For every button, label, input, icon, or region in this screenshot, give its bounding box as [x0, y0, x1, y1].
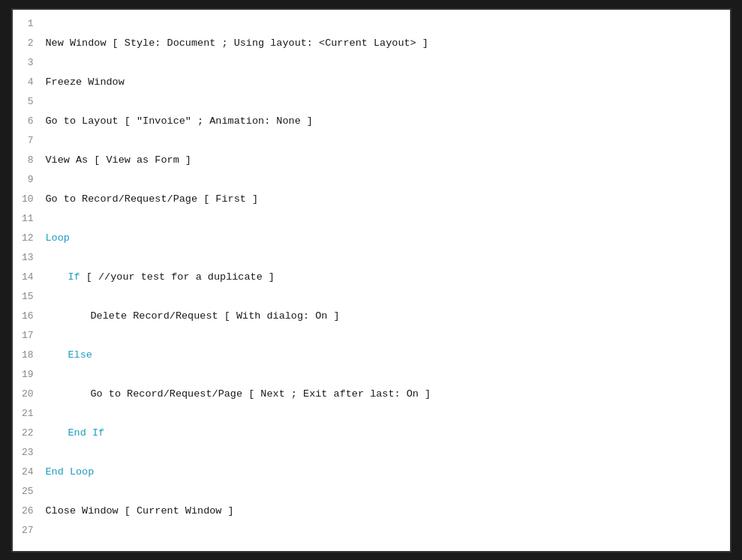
line-number: 1: [13, 18, 43, 29]
code-line: 7: [13, 134, 730, 154]
code-line: 16Delete Record/Request [ With dialog: O…: [13, 310, 730, 329]
text-token: New Window [ Style: Document ; Using lay…: [46, 37, 428, 49]
code-line: 18Else: [13, 349, 730, 368]
line-number: 27: [13, 525, 43, 536]
code-editor: 12New Window [ Style: Document ; Using l…: [11, 8, 731, 553]
line-number: 16: [13, 310, 43, 322]
line-content: Else: [43, 349, 730, 361]
code-line: 1: [13, 17, 730, 37]
line-number: 25: [13, 486, 43, 497]
code-line: 11: [13, 212, 730, 232]
text-token: Go to Record/Request/Page [ Next ; Exit …: [91, 388, 431, 400]
code-line: 4Freeze Window: [13, 76, 730, 95]
line-number: 8: [13, 154, 43, 166]
keyword-token: End Loop: [46, 466, 95, 478]
code-line: 27: [13, 524, 730, 544]
line-content: New Window [ Style: Document ; Using lay…: [43, 37, 730, 49]
code-line: 22End If: [13, 427, 730, 446]
code-line: 21: [13, 407, 730, 427]
text-token: View As [ View as Form ]: [46, 154, 191, 166]
code-line: 10Go to Record/Request/Page [ First ]: [13, 193, 730, 212]
line-number: 21: [13, 408, 43, 419]
text-token: Delete Record/Request [ With dialog: On …: [91, 310, 340, 322]
line-number: 26: [13, 505, 43, 517]
text-token: Go to Record/Request/Page [ First ]: [46, 193, 259, 205]
line-number: 23: [13, 447, 43, 458]
keyword-token: End If: [68, 427, 105, 439]
text-token: [ //your test for a duplicate ]: [80, 271, 275, 283]
line-number: 13: [13, 252, 43, 263]
line-number: 9: [13, 174, 43, 185]
line-number: 4: [13, 76, 43, 88]
code-line: 19: [13, 368, 730, 388]
code-line: 15: [13, 290, 730, 310]
code-area: 12New Window [ Style: Document ; Using l…: [13, 17, 730, 544]
keyword-token: Loop: [46, 232, 70, 244]
keyword-token: Else: [68, 349, 92, 361]
line-number: 20: [13, 388, 43, 400]
line-content: Close Window [ Current Window ]: [43, 505, 730, 517]
line-content: If [ //your test for a duplicate ]: [43, 271, 730, 283]
line-number: 18: [13, 349, 43, 361]
line-number: 10: [13, 193, 43, 205]
code-line: 6Go to Layout [ "Invoice" ; Animation: N…: [13, 115, 730, 134]
line-number: 22: [13, 427, 43, 439]
line-content: Go to Record/Request/Page [ Next ; Exit …: [43, 388, 730, 400]
code-line: 12Loop: [13, 232, 730, 251]
code-line: 9: [13, 173, 730, 193]
line-number: 14: [13, 271, 43, 283]
code-line: 25: [13, 485, 730, 505]
code-line: 13: [13, 251, 730, 271]
line-number: 3: [13, 57, 43, 68]
line-content: View As [ View as Form ]: [43, 154, 730, 166]
code-line: 24End Loop: [13, 466, 730, 485]
line-number: 12: [13, 232, 43, 244]
code-line: 5: [13, 95, 730, 115]
line-number: 7: [13, 135, 43, 146]
line-number: 2: [13, 37, 43, 49]
line-content: Go to Layout [ "Invoice" ; Animation: No…: [43, 115, 730, 127]
code-line: 26Close Window [ Current Window ]: [13, 505, 730, 524]
line-number: 6: [13, 115, 43, 127]
line-number: 19: [13, 369, 43, 380]
line-number: 15: [13, 291, 43, 302]
line-number: 17: [13, 330, 43, 341]
code-line: 20Go to Record/Request/Page [ Next ; Exi…: [13, 388, 730, 407]
text-token: Freeze Window: [46, 76, 125, 88]
code-line: 23: [13, 446, 730, 466]
code-line: 3: [13, 56, 730, 76]
line-content: Loop: [43, 232, 730, 244]
line-number: 5: [13, 96, 43, 107]
line-content: End If: [43, 427, 730, 439]
line-content: Go to Record/Request/Page [ First ]: [43, 193, 730, 205]
code-line: 8View As [ View as Form ]: [13, 154, 730, 173]
line-number: 11: [13, 213, 43, 224]
line-content: Delete Record/Request [ With dialog: On …: [43, 310, 730, 322]
code-line: 2New Window [ Style: Document ; Using la…: [13, 37, 730, 56]
text-token: Go to Layout [ "Invoice" ; Animation: No…: [46, 115, 313, 127]
code-line: 17: [13, 329, 730, 349]
code-line: 14If [ //your test for a duplicate ]: [13, 271, 730, 290]
line-number: 24: [13, 466, 43, 478]
line-content: End Loop: [43, 466, 730, 478]
text-token: Close Window [ Current Window ]: [46, 505, 234, 517]
keyword-token: If: [68, 271, 80, 283]
line-content: Freeze Window: [43, 76, 730, 88]
